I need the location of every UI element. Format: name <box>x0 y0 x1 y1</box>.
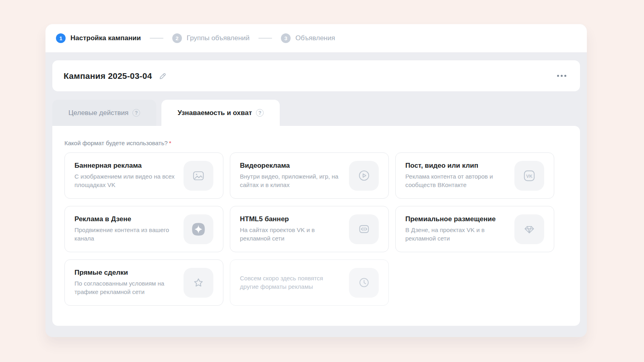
step-label: Настройка кампании <box>70 34 141 42</box>
campaign-setup-panel: 1 Настройка кампании 2 Группы объявлений… <box>45 24 587 337</box>
tab-awareness-reach[interactable]: Узнаваемость и охват ? <box>161 100 280 126</box>
card-text: Пост, видео или клип Реклама контента от… <box>405 162 507 189</box>
step-number-badge: 3 <box>281 33 291 43</box>
card-title: Видеореклама <box>240 162 341 170</box>
format-question-label: Какой формат будете использовать?* <box>64 140 568 146</box>
code-icon <box>357 222 371 236</box>
required-mark: * <box>169 140 171 146</box>
format-card-video-ads[interactable]: Видеореклама Внутри видео, приложений, и… <box>230 152 389 199</box>
stepper-step-ad-groups[interactable]: 2 Группы объявлений <box>172 33 250 43</box>
stepper-step-campaign-settings[interactable]: 1 Настройка кампании <box>56 33 141 43</box>
format-card-direct-deals[interactable]: Прямые сделки По согласованным условиям … <box>64 259 223 306</box>
dzen-icon <box>190 220 207 238</box>
format-selection-panel: Какой формат будете использовать?* Банне… <box>52 126 580 326</box>
card-title: Пост, видео или клип <box>405 162 507 170</box>
clock-icon <box>358 276 370 289</box>
card-description: По согласованным условиям на трафике рек… <box>74 280 176 296</box>
step-number-badge: 2 <box>172 33 182 43</box>
stepper-connector <box>150 38 163 39</box>
campaign-title: Кампания 2025-03-04 <box>64 71 152 81</box>
format-card-premium-placement[interactable]: Премиальное размещение В Дзене, на проек… <box>395 206 554 252</box>
card-description: С изображением или видео на всех площадк… <box>74 173 176 189</box>
card-description: На сайтах проектов VK и в рекламной сети <box>240 226 341 243</box>
card-text: Реклама в Дзене Продвижение контента из … <box>74 215 176 243</box>
card-text: Баннерная реклама С изображением или вид… <box>74 162 176 189</box>
stepper-step-ads[interactable]: 3 Объявления <box>281 33 335 43</box>
icon-tile <box>514 214 544 244</box>
step-number-badge: 1 <box>56 33 66 43</box>
format-card-html5-banner[interactable]: HTML5 баннер На сайтах проектов VK и в р… <box>230 206 389 252</box>
icon-tile: VK <box>514 161 544 191</box>
card-description: Совсем скоро здесь появятся другие форма… <box>240 274 333 291</box>
tab-label: Узнаваемость и охват <box>178 109 252 117</box>
format-cards-grid: Баннерная реклама С изображением или вид… <box>64 152 568 306</box>
step-label: Объявления <box>295 34 335 42</box>
card-title: Баннерная реклама <box>74 162 176 170</box>
more-menu-button[interactable] <box>555 71 569 81</box>
svg-text:VK: VK <box>526 173 532 178</box>
pencil-icon <box>158 72 167 80</box>
card-text: Видеореклама Внутри видео, приложений, и… <box>240 162 341 189</box>
campaign-title-card: Кампания 2025-03-04 <box>52 60 580 91</box>
card-title: HTML5 баннер <box>240 215 341 223</box>
stepper-connector <box>258 38 272 39</box>
card-description: Реклама контента от авторов и сообществ … <box>405 173 507 189</box>
card-title: Премиальное размещение <box>405 215 507 223</box>
icon-tile <box>349 268 379 298</box>
image-icon <box>192 169 205 183</box>
card-text: Прямые сделки По согласованным условиям … <box>74 269 176 296</box>
card-text: HTML5 баннер На сайтах проектов VK и в р… <box>240 215 341 243</box>
card-title: Реклама в Дзене <box>74 215 176 223</box>
format-card-coming-soon: Совсем скоро здесь появятся другие форма… <box>230 259 389 306</box>
icon-tile <box>184 214 213 244</box>
card-text: Премиальное размещение В Дзене, на проек… <box>405 215 507 243</box>
dot-icon <box>561 75 563 77</box>
diamond-icon <box>522 222 536 236</box>
icon-tile <box>349 161 379 191</box>
format-card-post-video-clip[interactable]: Пост, видео или клип Реклама контента от… <box>395 152 554 199</box>
icon-tile <box>184 161 213 191</box>
tab-target-actions[interactable]: Целевые действия ? <box>52 100 156 126</box>
star-icon <box>192 276 205 290</box>
card-description: Продвижение контента из вашего канала <box>74 226 176 243</box>
help-icon[interactable]: ? <box>132 109 140 117</box>
help-icon[interactable]: ? <box>256 109 264 117</box>
tab-label: Целевые действия <box>68 109 128 117</box>
card-description: Внутри видео, приложений, игр, на сайтах… <box>240 173 341 189</box>
play-circle-icon <box>357 169 371 182</box>
card-description: В Дзене, на проектах VK и в рекламной се… <box>405 226 507 243</box>
icon-tile <box>184 268 213 298</box>
stepper: 1 Настройка кампании 2 Группы объявлений… <box>45 24 587 52</box>
card-title: Прямые сделки <box>74 269 176 277</box>
card-text: Совсем скоро здесь появятся другие форма… <box>240 274 333 291</box>
dot-icon <box>557 75 559 77</box>
edit-title-button[interactable] <box>158 72 167 80</box>
dot-icon <box>564 75 566 77</box>
step-label: Группы объявлений <box>187 34 250 42</box>
vk-logo-icon: VK <box>522 169 536 183</box>
format-card-dzen-ads[interactable]: Реклама в Дзене Продвижение контента из … <box>64 206 223 252</box>
objective-tabs: Целевые действия ? Узнаваемость и охват … <box>52 100 580 126</box>
icon-tile <box>349 214 379 244</box>
format-card-banner-ads[interactable]: Баннерная реклама С изображением или вид… <box>64 152 223 199</box>
